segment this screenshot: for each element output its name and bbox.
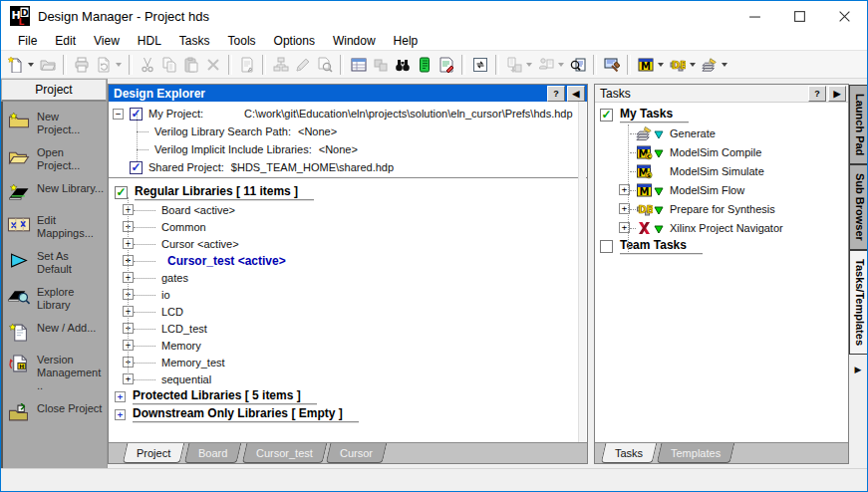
sidebar-item-new-add[interactable]: New / Add... [7,322,105,344]
sidebar-item-explore-library[interactable]: Explore Library [7,286,105,312]
explorer-tab-cursor_test[interactable]: Cursor_test [241,443,326,463]
library-row[interactable]: +Cursor_test <active> [109,252,587,269]
checkbox-checked[interactable]: ✓ [600,109,613,122]
sidebar-item-new-library[interactable]: New Library... [7,182,105,204]
panel-expand-arrow[interactable]: ▶ [849,365,867,374]
tree-item-row[interactable]: ✓Shared Project:$HDS_TEAM_HOME\shared.hd… [109,158,587,176]
tree-section-downstream[interactable]: +Downstream Only Libraries [ Empty ] [109,405,587,423]
hdl-file-button[interactable] [414,55,435,75]
cut-button[interactable] [137,55,158,75]
sidebar-header-tab[interactable]: Project [1,79,107,102]
library-row[interactable]: +sequential [109,370,587,387]
sidebar-item-version-management[interactable]: HVersion Management .. [7,354,105,392]
collapse-minus-box[interactable]: − [113,109,124,120]
side-tab-sub-browser[interactable]: Sub Browser [849,164,867,250]
tree-item-row[interactable]: −✓My Project:C:\work\git\Education\eln\p… [109,105,587,123]
synthesis-db-button[interactable]: DB [667,55,699,75]
task-row[interactable]: Generate [595,123,848,142]
maximize-button[interactable] [777,1,822,31]
team-copy-button[interactable] [535,55,567,75]
task-row[interactable]: MsModelSim Simulate [595,161,848,180]
expand-plus-box[interactable]: + [115,391,126,402]
tasks-tab-tasks[interactable]: Tasks [601,443,658,463]
delete-button[interactable] [202,55,224,75]
side-tab-tasks-templates[interactable]: Tasks/Templates [849,250,867,355]
library-row[interactable]: +Memory_test [109,354,587,370]
menu-tools[interactable]: Tools [219,32,265,50]
copy-button[interactable] [158,55,180,75]
checkbox-checked[interactable]: ✓ [130,161,143,174]
dropdown-arrow-icon[interactable] [690,63,696,67]
menu-file[interactable]: File [9,32,46,50]
expand-right-button[interactable]: ▶ [828,86,846,102]
components-button[interactable] [370,55,392,75]
task-row[interactable]: McModelSim Compile [595,142,848,161]
menu-window[interactable]: Window [324,32,385,50]
dropdown-arrow-icon[interactable] [722,63,727,67]
task-row[interactable]: +DBPrepare for Synthesis [595,199,848,218]
expand-plus-box[interactable]: + [115,409,126,420]
new-document-button[interactable] [5,55,37,75]
sidebar-item-set-as-default[interactable]: Set As Default [7,250,105,276]
generate-view-button[interactable] [93,55,125,75]
task-row[interactable]: +Xilinx Project Navigator [595,218,848,237]
library-row[interactable]: +Memory [109,337,587,354]
library-row[interactable]: +gates [109,269,587,286]
task-row[interactable]: +MModelSim Flow [595,180,848,199]
modelsim-button[interactable]: M [635,55,667,75]
dropdown-arrow-icon[interactable] [558,63,564,67]
checkbox-checked[interactable]: ✓ [115,186,128,199]
refresh-button[interactable] [469,55,491,75]
menu-options[interactable]: Options [265,32,324,50]
task-section-my-tasks[interactable]: ✓My Tasks [595,106,848,123]
menu-view[interactable]: View [85,32,129,50]
menu-help[interactable]: Help [385,32,428,50]
help-button[interactable]: ? [547,86,565,102]
sidebar-item-close-project[interactable]: Close Project [7,402,105,424]
dropdown-arrow-icon[interactable] [658,63,664,67]
menu-edit[interactable]: Edit [46,32,85,50]
edit-file-button[interactable] [435,55,457,75]
explorer-tab-project[interactable]: Project [123,443,185,463]
help-button[interactable]: ? [808,86,826,102]
explorer-tab-cursor[interactable]: Cursor [326,443,388,463]
library-row[interactable]: +Board <active> [109,201,587,218]
dropdown-arrow-icon[interactable] [28,63,34,67]
edit-button[interactable] [292,55,314,75]
find-in-design-button[interactable] [567,55,589,75]
menu-tasks[interactable]: Tasks [170,32,219,50]
library-row[interactable]: +Common [109,218,587,235]
design-tool-button[interactable] [601,55,623,75]
design-hierarchy-button[interactable] [270,55,292,75]
tree-section-regular[interactable]: ✓Regular Libraries [ 11 items ] [109,183,587,201]
sidebar-item-open-project[interactable]: Open Project... [7,146,105,172]
close-button[interactable] [822,1,867,31]
tree-item-row[interactable]: Verilog Library Search Path:<None> [109,123,587,140]
tree-item-row[interactable]: Verilog Implicit Include Libraries:<None… [109,140,587,158]
library-row[interactable]: +Cursor <active> [109,235,587,252]
print-button[interactable] [71,55,93,75]
side-tab-launch-pad[interactable]: Launch Pad [849,85,867,164]
library-row[interactable]: +LCD_test [109,320,587,337]
task-section-team-tasks[interactable]: Team Tasks [595,237,848,255]
checkbox-unchecked[interactable] [600,240,613,253]
explorer-scrollbar[interactable] [578,102,586,442]
paste-button[interactable] [180,55,202,75]
collapse-left-button[interactable]: ◀ [567,86,585,102]
preview-button[interactable] [314,55,336,75]
open-project-button[interactable] [37,55,59,75]
tree-section-protected[interactable]: +Protected Libraries [ 5 items ] [109,387,587,405]
find-button[interactable] [392,55,414,75]
sidebar-item-new-project[interactable]: New Project... [7,111,105,136]
library-row[interactable]: +io [109,286,587,303]
details-view-button[interactable] [348,55,370,75]
downstream-copy-button[interactable] [503,55,535,75]
explorer-tab-board[interactable]: Board [184,443,242,463]
library-row[interactable]: +LCD [109,303,587,320]
sidebar-item-edit-mappings[interactable]: Edit Mappings... [7,214,105,240]
generate-tasks-button[interactable] [699,55,730,75]
dropdown-arrow-icon[interactable] [526,63,532,67]
dropdown-arrow-icon[interactable] [116,63,122,67]
expand-plus-box[interactable]: + [123,373,134,384]
tasks-tab-templates[interactable]: Templates [657,443,735,463]
